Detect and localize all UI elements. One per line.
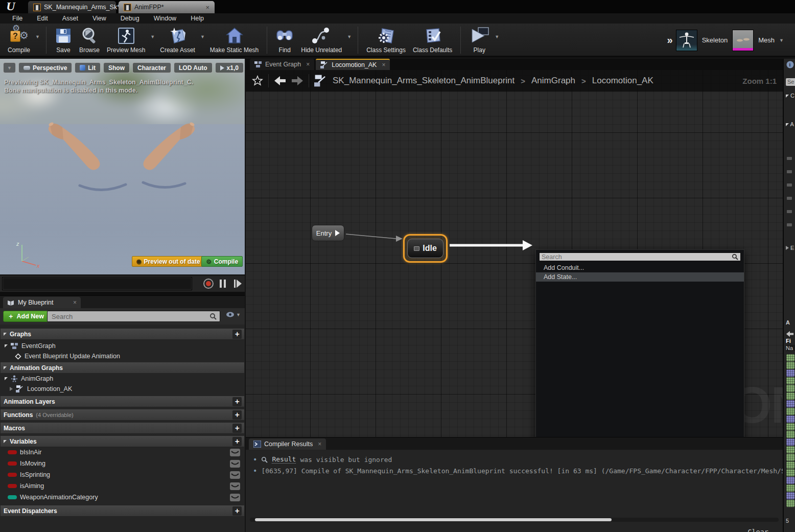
skeleton-thumbnail[interactable] bbox=[676, 30, 697, 51]
collapse-arrow-icon[interactable] bbox=[4, 366, 7, 369]
asset-thumbnail[interactable] bbox=[786, 454, 794, 461]
event-dispatchers-section-header[interactable]: Event Dispatchers ＋ bbox=[1, 505, 244, 517]
menu-help[interactable]: Help bbox=[183, 15, 211, 22]
close-icon[interactable]: × bbox=[306, 61, 310, 68]
play-dropdown-icon[interactable]: ▼ bbox=[493, 34, 501, 39]
anim-graph-row[interactable]: AnimGraph bbox=[1, 374, 244, 384]
asset-thumbnail[interactable] bbox=[786, 354, 794, 361]
asset-thumbnail[interactable] bbox=[786, 369, 794, 377]
bookmark-star-icon[interactable] bbox=[252, 75, 263, 86]
clipped-search-box[interactable]: Se bbox=[786, 78, 795, 86]
add-function-button[interactable]: ＋ bbox=[232, 410, 242, 420]
find-button[interactable]: Find bbox=[272, 25, 297, 55]
class-settings-button[interactable]: Class Settings bbox=[363, 25, 409, 55]
asset-thumbnail[interactable] bbox=[786, 431, 794, 438]
asset-thumbnail[interactable] bbox=[786, 461, 794, 469]
preview-mesh-dropdown-icon[interactable]: ▼ bbox=[149, 34, 156, 39]
asset-thumbnail[interactable] bbox=[786, 362, 794, 369]
asset-thumbnail[interactable] bbox=[786, 400, 794, 407]
collapse-arrow-icon[interactable] bbox=[5, 377, 8, 380]
breadcrumb-blueprint[interactable]: SK_Mannequin_Arms_Skeleton_AnimBlueprint bbox=[333, 76, 515, 86]
close-icon[interactable]: × bbox=[318, 441, 321, 448]
character-button[interactable]: Character bbox=[132, 62, 171, 73]
idle-state-node-selected[interactable]: Idle bbox=[403, 234, 448, 263]
event-update-animation-row[interactable]: Event Blueprint Update Animation bbox=[1, 351, 244, 361]
perspective-button[interactable]: Perspective bbox=[18, 62, 72, 73]
back-arrow-icon[interactable] bbox=[786, 331, 794, 337]
compile-dropdown-icon[interactable]: ▼ bbox=[34, 34, 41, 39]
add-graph-button[interactable]: ＋ bbox=[232, 330, 242, 339]
asset-thumbnail[interactable] bbox=[786, 385, 794, 392]
step-forward-button[interactable] bbox=[234, 280, 242, 288]
asset-thumbnail[interactable] bbox=[786, 377, 794, 384]
pause-button[interactable] bbox=[220, 280, 226, 288]
asset-thumbnail[interactable] bbox=[786, 477, 794, 484]
make-static-mesh-button[interactable]: Make Static Mesh bbox=[206, 25, 262, 55]
event-graph-row[interactable]: EventGraph bbox=[1, 341, 244, 351]
result-link[interactable]: Result bbox=[272, 455, 296, 464]
add-event-dispatcher-button[interactable]: ＋ bbox=[232, 506, 242, 516]
state-machine-canvas[interactable]: ON Entry Idle bbox=[246, 70, 783, 437]
eye-closed-icon[interactable] bbox=[230, 494, 240, 501]
locomotion-graph-row[interactable]: Locomotion_AK bbox=[1, 384, 244, 394]
eye-closed-icon[interactable] bbox=[230, 471, 240, 479]
lod-auto-button[interactable]: LOD Auto bbox=[174, 62, 213, 73]
mesh-dropdown-icon[interactable]: ▼ bbox=[779, 38, 784, 43]
graphs-section-header[interactable]: Graphs ＋ bbox=[1, 329, 244, 340]
asset-thumbnail[interactable] bbox=[786, 415, 794, 423]
eye-closed-icon[interactable] bbox=[230, 449, 240, 456]
lit-button[interactable]: Lit bbox=[75, 62, 101, 73]
eye-closed-icon[interactable] bbox=[230, 482, 240, 490]
event-graph-tab[interactable]: Event Graph × bbox=[250, 59, 314, 70]
clear-log-button[interactable]: Clear bbox=[747, 528, 768, 532]
hide-unrelated-button[interactable]: Hide Unrelated bbox=[297, 25, 345, 55]
collapse-arrow-icon[interactable] bbox=[4, 333, 7, 336]
play-button[interactable]: Play bbox=[465, 25, 493, 55]
asset-thumbnail[interactable] bbox=[786, 423, 794, 430]
forward-arrow-icon[interactable] bbox=[291, 76, 303, 86]
menu-asset[interactable]: Asset bbox=[55, 15, 85, 22]
variable-row[interactable]: IsMoving bbox=[1, 458, 244, 469]
add-macro-button[interactable]: ＋ bbox=[232, 424, 242, 433]
context-menu-search-input[interactable] bbox=[540, 253, 732, 261]
collapse-arrow-icon[interactable] bbox=[5, 344, 8, 348]
add-variable-button[interactable]: ＋ bbox=[232, 437, 242, 446]
locomotion-tab[interactable]: Locomotion_AK × bbox=[316, 59, 390, 70]
visibility-filter-button[interactable]: ▼ bbox=[226, 312, 241, 317]
viewport-compile-button[interactable]: ⚙ Compile bbox=[201, 256, 243, 267]
asset-thumbnail[interactable] bbox=[786, 392, 794, 400]
back-arrow-icon[interactable] bbox=[274, 76, 286, 86]
mesh-thumbnail[interactable] bbox=[732, 30, 754, 51]
menu-item-add-conduit[interactable]: Add Conduit... bbox=[536, 263, 744, 272]
variable-row[interactable]: WeaponAnimationCategory bbox=[1, 492, 244, 502]
asset-thumbnail[interactable] bbox=[786, 446, 794, 453]
animation-graphs-section-header[interactable]: Animation Graphs bbox=[1, 362, 244, 374]
close-icon[interactable]: × bbox=[382, 61, 385, 68]
mesh-mode-label[interactable]: Mesh bbox=[758, 36, 775, 44]
variables-section-header[interactable]: Variables ＋ bbox=[1, 436, 244, 447]
menu-view[interactable]: View bbox=[85, 15, 113, 22]
macros-section-header[interactable]: Macros ＋ bbox=[1, 423, 244, 434]
asset-thumbnail[interactable] bbox=[786, 438, 794, 446]
menu-item-add-state[interactable]: Add State... bbox=[536, 272, 744, 282]
animation-layers-section-header[interactable]: Animation Layers ＋ bbox=[1, 396, 244, 407]
preview-viewport[interactable]: ▼ Perspective Lit Show Character LOD Aut… bbox=[0, 59, 245, 292]
variable-row[interactable]: IsSprinting bbox=[1, 470, 244, 480]
breadcrumb-locomotion[interactable]: Locomotion_AK bbox=[592, 76, 653, 86]
horizontal-scrollbar-track[interactable] bbox=[250, 518, 779, 522]
asset-tab-skeleton-animblueprint[interactable]: SK_Mannequin_Arms_Sk* × bbox=[28, 1, 116, 13]
menu-file[interactable]: File bbox=[5, 15, 30, 22]
preview-out-of-date-badge[interactable]: ◉ Preview out of date bbox=[132, 256, 205, 267]
create-asset-button[interactable]: Create Asset bbox=[156, 25, 199, 55]
asset-thumbnail[interactable] bbox=[786, 469, 794, 476]
asset-thumbnail[interactable] bbox=[786, 408, 794, 415]
blueprint-search-input[interactable] bbox=[48, 313, 209, 320]
show-button[interactable]: Show bbox=[103, 62, 130, 73]
asset-thumbnail[interactable] bbox=[786, 500, 794, 507]
close-icon[interactable]: × bbox=[73, 299, 77, 306]
create-asset-dropdown-icon[interactable]: ▼ bbox=[199, 34, 206, 39]
variable-row[interactable]: bIsInAir bbox=[1, 447, 244, 457]
hide-unrelated-dropdown-icon[interactable]: ▼ bbox=[345, 34, 353, 39]
asset-thumbnail[interactable] bbox=[786, 484, 794, 492]
menu-window[interactable]: Window bbox=[147, 15, 183, 22]
